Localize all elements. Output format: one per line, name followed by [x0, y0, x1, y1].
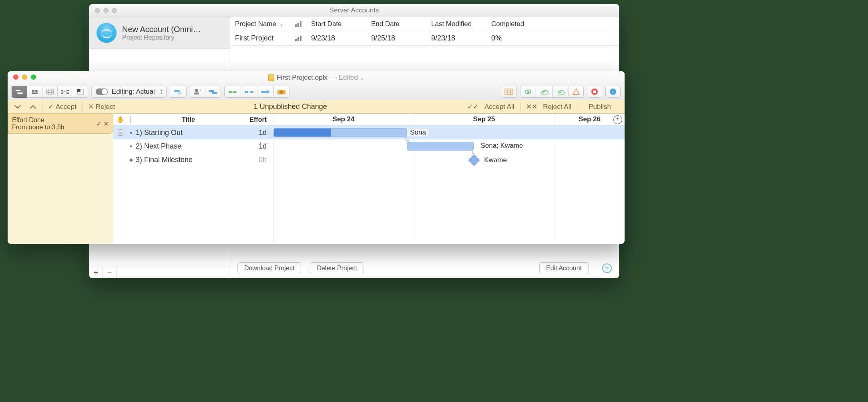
task-row[interactable]: ● 2) Next Phase 1d: [113, 139, 273, 153]
check-icon: ✓: [48, 103, 54, 111]
inspector-button[interactable]: i: [605, 86, 621, 98]
completed-cell: 0%: [486, 31, 619, 45]
reject-change-button[interactable]: ✕Reject: [85, 101, 118, 112]
document-icon: [268, 74, 274, 81]
end-date-cell: 9/25/18: [366, 31, 426, 45]
warnings-button[interactable]: [569, 86, 584, 98]
view-styles-button[interactable]: [73, 86, 88, 98]
prev-change-button[interactable]: [26, 103, 40, 111]
svg-rect-17: [174, 90, 180, 92]
help-icon[interactable]: ?: [602, 263, 612, 273]
col-end-date[interactable]: End Date: [366, 17, 426, 31]
svg-rect-11: [61, 92, 63, 94]
task-bullet: ●: [129, 143, 133, 149]
gantt-bar-task-1[interactable]: [273, 128, 407, 137]
task-bullet: ●: [129, 130, 133, 135]
remove-account-button[interactable]: −: [103, 267, 117, 278]
view-resources-button[interactable]: [27, 86, 42, 98]
signal-icon: [295, 21, 301, 27]
double-check-icon: ✓✓: [467, 103, 478, 111]
chevron-down-icon: ⌄: [360, 75, 364, 81]
next-change-button[interactable]: [11, 103, 24, 111]
zoom-in-icon[interactable]: [613, 115, 622, 124]
document-title[interactable]: First Project.oplx — Edited ⌄: [8, 74, 625, 82]
traffic-close[interactable]: [95, 8, 100, 13]
gantt-assignee-label: Sona; Kwame: [480, 142, 523, 150]
task-outline: ✋ Title Effort ● 1) Starting Out 1d ● 2)…: [113, 114, 273, 244]
view-gantt-button[interactable]: [12, 86, 27, 98]
accept-all-button[interactable]: ✓✓ Accept All: [464, 101, 517, 112]
svg-point-3: [35, 90, 38, 92]
signal-icon: [295, 36, 301, 41]
change-card[interactable]: Effort Done From none to 3.5h ✓ ✕: [8, 114, 113, 134]
svg-rect-24: [245, 91, 248, 93]
effort-column[interactable]: Effort: [241, 115, 273, 125]
titlebar: First Project.oplx — Edited ⌄ Editing: A…: [8, 71, 625, 100]
gantt-chart[interactable]: Sep 24 Sep 25 Sep 26 Sona Sona; Kwame: [273, 114, 625, 244]
col-project-name[interactable]: Project Name: [235, 20, 276, 28]
gantt-assignee-label: Kwame: [484, 156, 507, 164]
account-item[interactable]: New Account (Omni… Project Repository: [89, 17, 230, 49]
svg-rect-1: [17, 92, 23, 94]
changes-pane: Effort Done From none to 3.5h ✓ ✕: [8, 114, 113, 244]
gantt-bar-task-2[interactable]: [407, 142, 474, 151]
grab-column[interactable]: ✋: [113, 114, 125, 125]
repository-icon: [96, 23, 117, 43]
title-column[interactable]: Title: [136, 115, 241, 125]
start-date-cell: 9/23/18: [306, 31, 366, 45]
view-network-button[interactable]: [57, 86, 73, 98]
split-button[interactable]: [241, 86, 257, 98]
milestone-bullet: ◆: [129, 157, 133, 163]
toggle-icon: [96, 88, 108, 95]
project-row[interactable]: First Project 9/23/18 9/25/18 9/23/18 0%: [230, 31, 619, 46]
download-project-button[interactable]: Download Project: [237, 262, 301, 274]
account-subtitle: Project Repository: [122, 34, 201, 41]
chevron-down-icon: ⌄: [279, 21, 283, 27]
add-account-button[interactable]: +: [89, 267, 103, 278]
gantt-day-header: Sep 25: [414, 114, 555, 125]
snapshot-button[interactable]: [273, 86, 289, 98]
notes-column[interactable]: [125, 115, 136, 125]
reject-all-button[interactable]: ✕✕ Reject All: [523, 101, 575, 112]
svg-rect-35: [593, 90, 596, 93]
svg-text:+: +: [199, 88, 201, 92]
svg-rect-20: [194, 92, 199, 94]
col-last-modified[interactable]: Last Modified: [426, 17, 486, 31]
col-completed[interactable]: Completed: [486, 17, 619, 31]
reports-button[interactable]: [501, 86, 517, 98]
traffic-minimize[interactable]: [103, 8, 108, 13]
col-start-date[interactable]: Start Date: [306, 17, 366, 31]
task-row[interactable]: ◆ 3) Final Milestone 0h: [113, 153, 273, 167]
publish-up-button[interactable]: [536, 86, 552, 98]
stop-button[interactable]: [587, 86, 602, 98]
gantt-milestone[interactable]: [468, 155, 480, 166]
svg-point-28: [280, 90, 283, 94]
editing-mode-selector[interactable]: Editing: Actual ▴▾: [91, 86, 167, 98]
svg-point-19: [195, 89, 198, 92]
view-calendar-button[interactable]: [42, 86, 57, 98]
svg-rect-26: [261, 91, 268, 93]
project-table-header: Project Name ⌄ Start Date End Date Last …: [230, 17, 619, 31]
accept-change-inline[interactable]: ✓: [96, 120, 102, 128]
window-title: Server Accounts: [89, 6, 619, 14]
toolbar: Editing: Actual ▴▾ +: [8, 86, 625, 98]
modified-cell: 9/23/18: [426, 31, 486, 45]
reject-change-inline[interactable]: ✕: [103, 120, 109, 128]
add-task-button[interactable]: [170, 86, 187, 98]
task-row[interactable]: ● 1) Starting Out 1d: [113, 126, 273, 139]
edit-account-button[interactable]: Edit Account: [539, 262, 589, 274]
svg-rect-18: [177, 92, 181, 94]
accept-change-button[interactable]: ✓Accept: [45, 101, 80, 112]
leveling-button[interactable]: [224, 86, 241, 98]
fetch-down-button[interactable]: [552, 86, 569, 98]
delete-project-button[interactable]: Delete Project: [310, 262, 364, 274]
add-resource-button[interactable]: +: [190, 86, 205, 98]
traffic-zoom[interactable]: [112, 8, 117, 13]
catchup-button[interactable]: [257, 86, 273, 98]
sync-button[interactable]: [520, 86, 536, 98]
link-button[interactable]: [205, 86, 221, 98]
publish-button[interactable]: Publish: [580, 102, 620, 112]
svg-rect-5: [46, 89, 54, 94]
change-detail: From none to 3.5h: [12, 124, 109, 131]
note-icon: [118, 129, 123, 136]
